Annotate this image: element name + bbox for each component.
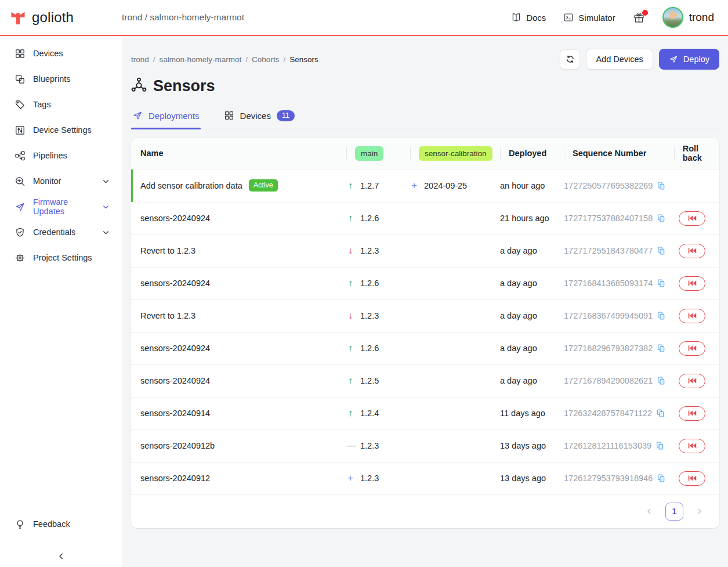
monitor-icon: [15, 176, 26, 187]
deployments-table: Name main sensor-calibration Deployed Se…: [131, 138, 719, 528]
rollback-button[interactable]: [679, 244, 705, 258]
rollback-button[interactable]: [679, 341, 705, 356]
sequence-number: 1727168367499945091: [564, 311, 653, 320]
golioth-logo[interactable]: golioth: [9, 9, 122, 26]
refresh-button[interactable]: [560, 49, 580, 70]
copy-button[interactable]: [657, 344, 666, 353]
column-main: main: [346, 138, 410, 169]
chevron-down-icon: [102, 177, 110, 186]
chevron-down-icon: [102, 203, 110, 211]
rollback-button[interactable]: [679, 309, 705, 323]
page-number-button[interactable]: 1: [665, 503, 683, 521]
paper-plane-icon: [132, 110, 143, 121]
sequence-number: 1727177537882407158: [564, 214, 653, 223]
whats-new-button[interactable]: [633, 12, 645, 24]
main-version-cell: ↓ 1.2.3: [346, 310, 410, 321]
column-name: Name: [140, 138, 346, 169]
version-direction-icon: ↑: [346, 213, 354, 223]
table-row: Revert to 1.2.3 ↓ 1.2.3 a day ago 172717…: [131, 234, 719, 267]
sliders-icon: [15, 125, 26, 136]
previous-page-button[interactable]: [644, 507, 654, 516]
copy-button[interactable]: [657, 214, 666, 223]
docs-link[interactable]: Docs: [511, 12, 546, 23]
deployed-ago: 11 days ago: [500, 409, 564, 418]
deployments-rows: Add sensor calibration data Active ↑ 1.2…: [131, 169, 719, 494]
rollback-button[interactable]: [679, 471, 705, 486]
copy-button[interactable]: [657, 246, 666, 255]
book-icon: [511, 12, 521, 23]
table-row: Add sensor calibration data Active ↑ 1.2…: [131, 169, 719, 202]
rollback-button[interactable]: [679, 406, 705, 421]
rewind-icon: [688, 248, 697, 254]
rewind-icon: [688, 280, 697, 286]
breadcrumb-fleet[interactable]: salmon-homely-marmot: [160, 55, 242, 64]
copy-icon: [657, 344, 666, 353]
chevron-left-icon: [644, 507, 654, 516]
copy-button[interactable]: [656, 409, 665, 418]
chevron-down-icon: [102, 228, 110, 237]
main-content: trond/ salmon-homely-marmot/ Cohorts/ Se…: [122, 36, 728, 567]
sidebar-item-credentials[interactable]: Credentials: [0, 219, 122, 245]
next-page-button[interactable]: [695, 507, 704, 516]
tab-deployments[interactable]: Deployments: [131, 109, 201, 129]
copy-icon: [657, 474, 666, 483]
feedback-button[interactable]: Feedback: [0, 511, 122, 537]
breadcrumb-cohorts[interactable]: Cohorts: [252, 55, 279, 64]
main-version: 1.2.5: [360, 376, 379, 385]
copy-icon: [656, 409, 665, 418]
table-row: sensors-20240924 ↑ 1.2.6 a day ago 17271…: [131, 267, 719, 299]
sidebar-item-device-settings[interactable]: Device Settings: [0, 117, 122, 143]
tag-badge-sensor-calibration: sensor-calibration: [419, 146, 492, 161]
breadcrumb-project[interactable]: trond: [131, 55, 149, 64]
copy-button[interactable]: [657, 311, 666, 320]
status-badge: Active: [249, 179, 278, 192]
sidebar-item-project-settings[interactable]: Project Settings: [0, 245, 122, 270]
sidebar-item-tags[interactable]: Tags: [0, 92, 122, 117]
version-direction-icon: +: [346, 472, 354, 484]
deploy-button[interactable]: Deploy: [659, 49, 719, 70]
sidebar-item-devices[interactable]: Devices: [0, 41, 122, 66]
blueprints-icon: [15, 74, 26, 85]
rollback-button[interactable]: [679, 374, 705, 388]
copy-button[interactable]: [655, 441, 665, 450]
main-version: 1.2.3: [360, 474, 379, 483]
simulator-link[interactable]: Simulator: [563, 12, 615, 23]
rollback-button[interactable]: [679, 439, 705, 453]
deployment-name: Add sensor calibration data: [140, 181, 242, 190]
sidebar-item-pipelines[interactable]: Pipelines: [0, 143, 122, 168]
tag-icon: [15, 99, 26, 110]
table-row: sensors-20240912b — 1.2.3 13 days ago 17…: [131, 429, 719, 462]
table-header: Name main sensor-calibration Deployed Se…: [131, 138, 719, 169]
cohort-icon: [131, 77, 147, 95]
project-breadcrumb[interactable]: trond / salmon-homely-marmot: [122, 12, 244, 23]
sidebar-item-firmware-updates[interactable]: Firmware Updates: [0, 194, 122, 219]
version-direction-icon: ↑: [346, 343, 354, 353]
version-direction-icon: ↑: [346, 375, 354, 386]
rollback-button[interactable]: [679, 211, 705, 226]
devices-count-badge: 11: [277, 110, 295, 121]
sequence-number: 1726324287578471122: [564, 409, 652, 418]
tab-devices[interactable]: Devices 11: [223, 109, 296, 129]
main-version-cell: ↑ 1.2.6: [346, 213, 410, 223]
deployed-ago: a day ago: [500, 376, 564, 385]
sidebar-item-blueprints[interactable]: Blueprints: [0, 66, 122, 92]
version-direction-icon: ↓: [346, 245, 354, 256]
avatar: [662, 7, 683, 28]
main-version-cell: ↑ 1.2.6: [346, 278, 410, 288]
sidebar-item-monitor[interactable]: Monitor: [0, 168, 122, 194]
deployment-name: sensors-20240924: [140, 214, 210, 223]
deployment-name: sensors-20240912: [140, 474, 210, 483]
copy-button[interactable]: [657, 279, 666, 288]
rollback-button[interactable]: [679, 276, 705, 291]
sidebar-collapse-button[interactable]: [0, 551, 122, 561]
rewind-icon: [688, 475, 697, 481]
table-row: sensors-20240912 + 1.2.3 13 days ago 172…: [131, 462, 719, 494]
user-name: trond: [689, 11, 714, 24]
user-menu[interactable]: trond: [662, 7, 714, 28]
lightbulb-icon: [15, 519, 26, 530]
copy-button[interactable]: [657, 474, 666, 483]
chevron-left-icon: [56, 551, 66, 561]
copy-button[interactable]: [657, 181, 666, 190]
copy-button[interactable]: [657, 376, 666, 385]
add-devices-button[interactable]: Add Devices: [586, 49, 653, 70]
